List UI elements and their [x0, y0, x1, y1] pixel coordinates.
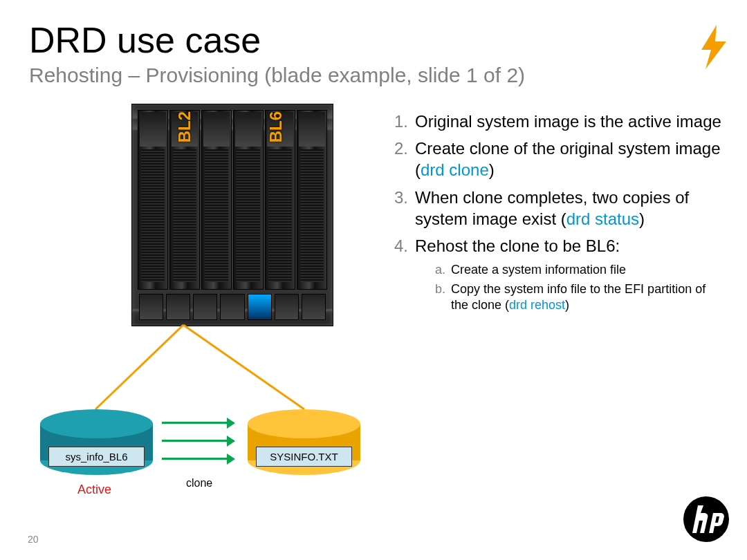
active-label: Active [77, 483, 111, 497]
list-text: Create clone of the original system imag… [415, 138, 726, 180]
blade-label-bl2: BL2 [175, 111, 194, 142]
list-item: 1. Original system image is the active i… [387, 111, 726, 132]
clone-arrow-icon [162, 422, 234, 424]
list-number: 3. [387, 187, 408, 230]
command-text: drd clone [421, 160, 489, 179]
clone-arrow-icon [162, 458, 234, 460]
list-item: 3. When clone completes, two copies of s… [387, 187, 726, 230]
sublist-text: Create a system information file [451, 262, 626, 278]
active-disk: sys_info_BL6 [40, 409, 153, 475]
active-disk-label: sys_info_BL6 [48, 447, 145, 467]
sublist-item: b. Copy the system info file to the EFI … [430, 281, 726, 314]
svg-line-1 [95, 325, 183, 409]
list-number: 1. [387, 111, 408, 132]
blade-label-bl6: BL6 [266, 111, 286, 142]
command-text: drd rehost [509, 298, 565, 312]
list-item: 4. Rehost the clone to be BL6: [387, 235, 726, 256]
blade-chassis: BL2 BL6 [131, 104, 333, 326]
list-text: Original system image is the active imag… [415, 111, 726, 132]
steps-list: 1. Original system image is the active i… [387, 111, 726, 316]
lightning-icon [697, 25, 730, 72]
list-text: When clone completes, two copies of syst… [415, 187, 726, 230]
sublist-text: Copy the system info file to the EFI par… [451, 281, 726, 314]
clone-arrow-icon [162, 440, 234, 442]
sublist-number: b. [430, 281, 445, 314]
chassis-footer [138, 294, 327, 320]
slide-subtitle: Rehosting – Provisioning (blade example,… [29, 64, 525, 87]
blade-slot [138, 110, 168, 290]
sublist-number: a. [430, 262, 445, 278]
list-number: 4. [387, 235, 408, 256]
hp-logo-icon [682, 495, 730, 546]
blade-slot [297, 110, 327, 290]
svg-marker-0 [701, 25, 726, 69]
slide: DRD use case Rehosting – Provisioning (b… [0, 0, 747, 560]
clone-disk-label: SYSINFO.TXT [256, 447, 352, 467]
sublist-item: a. Create a system information file [430, 262, 726, 278]
command-text: drd status [566, 209, 639, 228]
blade-slot [201, 110, 232, 290]
page-number: 20 [28, 534, 39, 545]
clone-arrow-label: clone [186, 477, 212, 489]
svg-line-2 [183, 325, 304, 409]
blade-slot [233, 110, 264, 290]
slide-title: DRD use case [29, 19, 261, 61]
clone-disk: SYSINFO.TXT [248, 409, 360, 475]
list-item: 2. Create clone of the original system i… [387, 138, 726, 180]
list-number: 2. [387, 138, 408, 180]
list-text: Rehost the clone to be BL6: [415, 235, 726, 256]
